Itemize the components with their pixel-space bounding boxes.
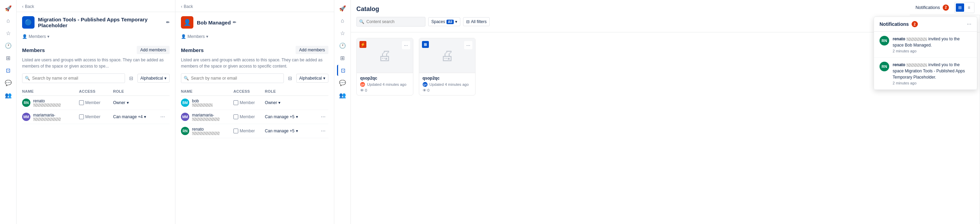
panel1-edit-icon[interactable]: ✏ xyxy=(166,20,170,25)
panel2-filter-icon[interactable]: ⊟ xyxy=(286,74,294,82)
panel1-member2-name: mariamaria- xyxy=(33,113,61,118)
access-checkbox xyxy=(234,129,238,133)
panel2-members-desc: Listed are users and groups with access … xyxy=(181,57,328,69)
panel2-member2-more[interactable]: ··· xyxy=(318,114,328,120)
chevron-down-icon: ▾ xyxy=(164,76,167,80)
rocket-icon[interactable]: 🚀 xyxy=(3,3,14,14)
table-row: MM mariamaria- Member Can manage +5 ▾ xyxy=(181,110,328,124)
panel1-sort-label: Alphabetical xyxy=(140,76,163,80)
catalog-card[interactable]: 🖨 ⚡ ··· qsop2qc QS Updated 4 minutes ago xyxy=(356,38,413,95)
members-icon: 👤 xyxy=(181,34,186,39)
panel2-add-members-button[interactable]: Add members xyxy=(296,46,328,54)
catalog-home-icon[interactable]: ⌂ xyxy=(337,15,348,26)
notifications-badge: 2 xyxy=(912,21,918,27)
card1-menu-button[interactable]: ··· xyxy=(402,41,410,49)
table-row: RN renato Member Owner ▾ xyxy=(22,96,170,110)
panel1-search-bar: 🔍 ⊟ Alphabetical ▾ xyxy=(22,73,170,83)
notifications-more-button[interactable]: ··· xyxy=(967,21,971,27)
grid-view-button[interactable]: ⊞ xyxy=(956,3,964,12)
card2-menu-button[interactable]: ··· xyxy=(464,41,473,49)
catalog-all-filters-button[interactable]: ⊟ All filters xyxy=(463,17,490,26)
panel2-sort-label: Alphabetical xyxy=(299,76,322,80)
panel2-member3-role[interactable]: Can manage +5 ▾ xyxy=(265,129,304,133)
panel1-add-members-button[interactable]: Add members xyxy=(137,46,170,54)
panel2-members-header: Members Add members xyxy=(181,46,328,54)
filter-icon: ⊟ xyxy=(466,19,469,24)
star-icon[interactable]: ☆ xyxy=(3,28,14,39)
panel2-search-wrap: 🔍 xyxy=(181,73,284,83)
panel2-member1-email xyxy=(192,103,213,107)
panel1-search-wrap: 🔍 xyxy=(22,73,125,83)
panel2-edit-icon[interactable]: ✏ xyxy=(233,20,236,25)
notification-item: RN renato invited you to the space Bob M… xyxy=(874,32,977,58)
panel1-col-actions xyxy=(156,89,170,93)
panel1-members-desc: Listed are users and groups with access … xyxy=(22,57,170,69)
notif1-text: renato invited you to the space Bob Mana… xyxy=(892,36,971,53)
catalog-rocket-icon[interactable]: 🚀 xyxy=(337,3,348,14)
panel1-search-input[interactable] xyxy=(22,73,125,83)
panel1-back-button[interactable]: ‹ Back xyxy=(22,4,34,9)
panel1-member2-avatar: MM xyxy=(22,113,30,121)
card2-views: 👁 0 xyxy=(423,88,472,92)
panel2-back-button[interactable]: ‹ Back xyxy=(181,4,193,9)
chat-icon[interactable]: 💬 xyxy=(3,77,14,88)
chevron-down-icon: ▾ xyxy=(206,34,208,39)
chevron-down-icon: ▾ xyxy=(47,34,49,39)
panel1-member2-role[interactable]: Can manage +4 ▾ xyxy=(113,114,156,119)
panel2-members-table: Name Access Role BM bob xyxy=(181,87,328,138)
apps-icon[interactable]: ⊞ xyxy=(3,52,14,63)
panel1-member1-name-wrap: renato xyxy=(33,99,61,107)
chevron-down-icon: ▾ xyxy=(127,100,129,105)
catalog-search-input[interactable] xyxy=(356,17,425,27)
panel2-member3-access: Member xyxy=(234,129,265,133)
table-row: MM mariamaria- Member Can manage +4 ▾ xyxy=(22,110,170,124)
panel2-member2-role[interactable]: Can manage +5 ▾ xyxy=(265,114,304,119)
catalog-all-filters-label: All filters xyxy=(471,19,487,24)
panel2-member3-name: renato xyxy=(192,127,220,132)
catalog-spaces-badge: All xyxy=(447,20,454,24)
card2-info: qsop2qc QS Updated 4 minutes ago 👁 0 xyxy=(419,73,476,95)
panel1-member2-email xyxy=(33,118,61,121)
catalog-people-icon[interactable]: 👥 xyxy=(337,90,348,101)
panel1-member1-info: RN renato xyxy=(22,99,79,107)
catalog-spaces-filter[interactable]: Spaces All ▾ xyxy=(428,17,460,26)
eye-icon: 👁 xyxy=(423,88,426,92)
catalog-recent-icon[interactable]: 🕐 xyxy=(337,40,348,51)
panel2-col-actions xyxy=(304,89,318,93)
panel1-member2-name-wrap: mariamaria- xyxy=(33,113,61,121)
notif1-message: renato invited you to the space Bob Mana… xyxy=(892,36,971,48)
panel2-member1-role[interactable]: Owner ▾ xyxy=(265,100,304,105)
panel1-col-role: Role xyxy=(113,89,156,93)
people-icon[interactable]: 👥 xyxy=(3,90,14,101)
recent-icon[interactable]: 🕐 xyxy=(3,40,14,51)
panel2-sort-dropdown[interactable]: Alphabetical ▾ xyxy=(296,74,328,83)
catalog-chat-icon[interactable]: 💬 xyxy=(337,77,348,88)
catalog-apps-icon[interactable]: ⊞ xyxy=(337,52,348,63)
notif1-time: 2 minutes ago xyxy=(892,49,971,53)
panel2-space-title: Bob Managed xyxy=(197,20,231,25)
catalog-title: Catalog xyxy=(356,6,974,13)
panel2-nav: ‹ Back xyxy=(175,0,334,12)
panel2-search-bar: 🔍 ⊟ Alphabetical ▾ xyxy=(181,73,328,83)
panel2-space-type[interactable]: 👤 Members ▾ xyxy=(175,33,334,40)
list-view-button[interactable]: ≡ xyxy=(965,3,973,12)
catalog-star-icon[interactable]: ☆ xyxy=(337,28,348,39)
panel1-member2-more[interactable]: ··· xyxy=(156,114,170,120)
panel1-member1-role[interactable]: Owner ▾ xyxy=(113,100,156,105)
panel2-search-input[interactable] xyxy=(181,73,284,83)
chevron-down-icon: ▾ xyxy=(455,19,457,24)
panel1-sort-dropdown[interactable]: Alphabetical ▾ xyxy=(137,74,170,83)
panel1-filter-icon[interactable]: ⊟ xyxy=(128,74,135,82)
card1-views-count: 0 xyxy=(365,88,367,92)
panel1-space-type[interactable]: 👤 Members ▾ xyxy=(17,33,175,40)
panel2-member3-more[interactable]: ··· xyxy=(318,128,328,134)
notifications-count-badge: 2 xyxy=(943,5,949,11)
spaces-icon[interactable]: ⊡ xyxy=(3,65,14,76)
panel1-col-access: Access xyxy=(79,89,113,93)
panel2-space-type-label: Members xyxy=(188,34,205,39)
home-icon[interactable]: ⌂ xyxy=(3,15,14,26)
catalog-spaces-icon[interactable]: ⊡ xyxy=(337,65,348,76)
panel1-members-header: Members Add members xyxy=(22,46,170,54)
catalog-card[interactable]: 🖨 ⊞ ··· qsop2qc QS Updated 4 minutes ago xyxy=(419,38,476,95)
panel2-col-access: Access xyxy=(234,89,265,93)
